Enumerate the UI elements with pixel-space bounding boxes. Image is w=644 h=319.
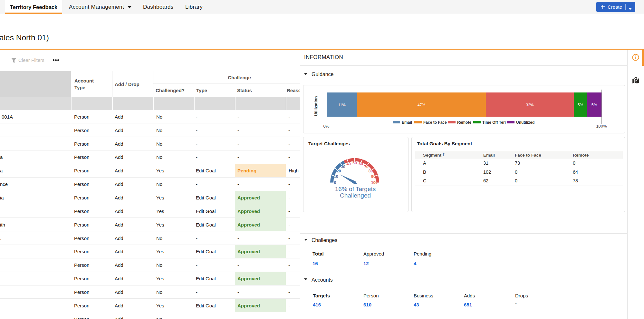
svg-text:50: 50 [352,161,357,165]
svg-text:60: 60 [359,162,363,166]
svg-text:70: 70 [364,165,369,169]
svg-text:90: 90 [371,174,376,179]
svg-text:0: 0 [334,180,336,185]
svg-text:80: 80 [368,169,373,173]
svg-text:20: 20 [336,169,341,173]
svg-text:100: 100 [371,180,377,185]
svg-text:30: 30 [341,165,345,169]
svg-text:10: 10 [334,174,338,179]
svg-text:40: 40 [346,162,351,166]
